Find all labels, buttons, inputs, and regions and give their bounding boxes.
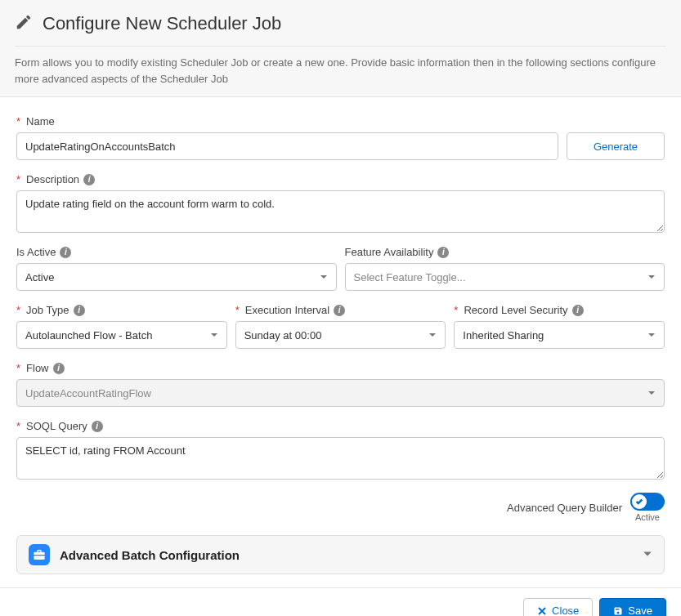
- record-level-security-label: Record Level Security i: [454, 304, 665, 316]
- info-icon: i: [92, 421, 103, 432]
- info-icon: i: [60, 247, 71, 258]
- job-type-field: Job Type i Autolaunched Flow - Batch: [16, 304, 227, 349]
- chevron-down-icon: [643, 547, 652, 562]
- feature-availability-select[interactable]: Select Feature Toggle...: [345, 263, 665, 291]
- description-textarea[interactable]: Update rating field on the account form …: [16, 190, 665, 233]
- flow-label: Flow i: [16, 362, 665, 374]
- name-field: Name: [16, 115, 558, 160]
- soql-textarea[interactable]: SELECT id, rating FROM Account: [16, 437, 665, 480]
- info-icon: i: [74, 305, 85, 316]
- name-label: Name: [16, 115, 558, 127]
- info-icon: i: [334, 305, 345, 316]
- flow-select[interactable]: UpdateAccountRatingFlow: [16, 379, 665, 407]
- toggle-status-label: Active: [635, 512, 660, 522]
- pencil-icon: [15, 13, 33, 34]
- info-icon: i: [572, 305, 584, 316]
- advanced-query-builder-toggle[interactable]: [630, 493, 665, 511]
- execution-interval-field: Execution Interval i Sunday at 00:00: [235, 304, 446, 349]
- advanced-batch-configuration-accordion[interactable]: Advanced Batch Configuration: [16, 535, 665, 574]
- soql-field: SOQL Query i SELECT id, rating FROM Acco…: [16, 420, 665, 480]
- check-icon: [632, 494, 647, 509]
- info-icon: i: [83, 174, 95, 185]
- feature-availability-label: Feature Availability i: [345, 246, 665, 258]
- close-button[interactable]: Close: [523, 598, 593, 616]
- generate-button[interactable]: Generate: [567, 132, 665, 160]
- footer: Close Save: [0, 587, 681, 616]
- job-type-select[interactable]: Autolaunched Flow - Batch: [16, 321, 227, 349]
- chevron-down-icon: [428, 329, 437, 341]
- chevron-down-icon: [647, 387, 656, 400]
- description-field: Description i Update rating field on the…: [16, 173, 665, 233]
- chevron-down-icon: [210, 329, 218, 341]
- save-icon: [613, 606, 623, 616]
- record-level-security-field: Record Level Security i Inherited Sharin…: [454, 304, 665, 349]
- accordion-title: Advanced Batch Configuration: [60, 548, 643, 562]
- page-title: Configure New Scheduler Job: [43, 13, 281, 34]
- close-icon: [537, 606, 547, 616]
- flow-field: Flow i UpdateAccountRatingFlow: [16, 362, 665, 407]
- advanced-query-builder-row: Advanced Query Builder Active: [16, 493, 665, 522]
- save-button[interactable]: Save: [599, 598, 666, 616]
- feature-availability-field: Feature Availability i Select Feature To…: [345, 246, 665, 291]
- is-active-label: Is Active i: [16, 246, 337, 258]
- job-type-label: Job Type i: [16, 304, 227, 316]
- info-icon: i: [437, 247, 449, 258]
- chevron-down-icon: [647, 271, 656, 283]
- is-active-field: Is Active i Active: [16, 246, 337, 291]
- record-level-security-select[interactable]: Inherited Sharing: [454, 321, 665, 349]
- execution-interval-select[interactable]: Sunday at 00:00: [235, 321, 446, 349]
- toolbox-icon: [29, 544, 50, 565]
- chevron-down-icon: [320, 271, 328, 283]
- soql-label: SOQL Query i: [16, 420, 665, 432]
- execution-interval-label: Execution Interval i: [235, 304, 446, 316]
- name-input[interactable]: [16, 132, 558, 160]
- header-section: Configure New Scheduler Job Form allows …: [0, 0, 681, 97]
- description-label: Description i: [16, 173, 665, 185]
- form-body: Name Generate Description i Update ratin…: [0, 97, 681, 587]
- page-subtitle: Form allows you to modify existing Sched…: [15, 46, 666, 87]
- is-active-select[interactable]: Active: [16, 263, 337, 291]
- advanced-query-builder-label: Advanced Query Builder: [507, 502, 622, 514]
- info-icon: i: [53, 363, 65, 374]
- chevron-down-icon: [647, 329, 656, 341]
